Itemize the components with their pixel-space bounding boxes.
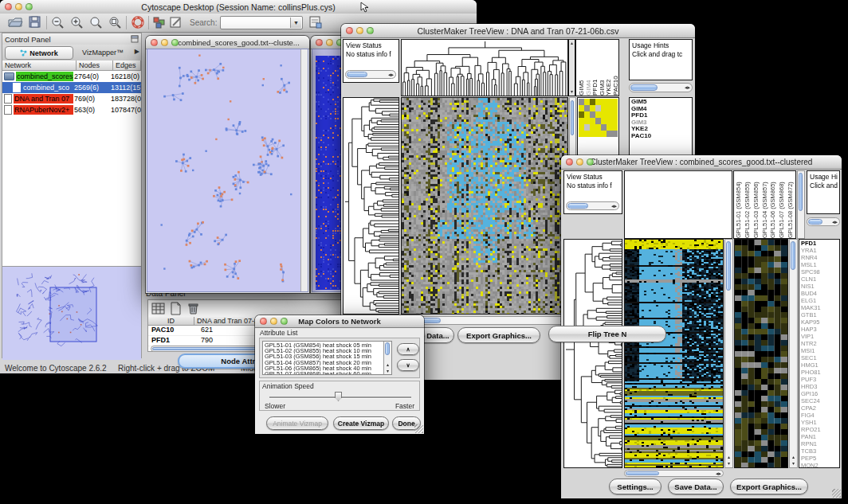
close-icon[interactable]	[151, 39, 158, 46]
attribute-list-item[interactable]: GPL51-03 (GSM856) heat shock 15 min	[263, 354, 391, 359]
zoom-window-icon[interactable]	[26, 3, 33, 10]
tv2-gene-label[interactable]: YSH1	[799, 419, 839, 426]
annotation-icon[interactable]	[170, 16, 183, 29]
table-icon[interactable]	[151, 302, 166, 315]
zoom-in-icon[interactable]	[70, 16, 84, 29]
minimize-icon[interactable]	[15, 3, 22, 10]
tv2-gene-label[interactable]: MAK31	[799, 304, 839, 311]
tv2-gene-label[interactable]: PHO81	[799, 369, 839, 376]
tv2-column-label[interactable]: GPL51-04 (GSM857)	[761, 171, 770, 238]
network-vscrollbar[interactable]	[300, 49, 308, 291]
network-row[interactable]: DNA and Tran 07769(0)183728(0)	[2, 93, 141, 104]
tv2-gene-label[interactable]: CPA2	[799, 404, 839, 412]
tv1-view-status-scrollbar[interactable]: ◂▸	[345, 70, 396, 79]
col-nodes[interactable]: Nodes	[77, 61, 113, 71]
tv2-column-label[interactable]: GPL51-03 (GSM856)	[752, 171, 761, 238]
network-window-title-bar[interactable]: combined_scores_good.txt--cluste...	[146, 36, 309, 49]
tv2-gene-label[interactable]: RPO21	[799, 426, 839, 433]
tv2-column-label[interactable]: GPL51-08 (GSM872)	[787, 171, 795, 238]
tv2-gene-label[interactable]: HAP3	[799, 326, 839, 333]
tv1-flip-tree-button[interactable]: Flip Tree N	[548, 326, 666, 342]
tab-network[interactable]: Network	[5, 46, 73, 60]
tv2-gene-label[interactable]: MON2	[799, 462, 839, 468]
dialog-title-bar[interactable]: Map Colors to Network	[255, 315, 424, 328]
tv2-heatmap[interactable]	[624, 239, 724, 468]
tv2-gene-label[interactable]: TCB3	[799, 447, 839, 455]
minimize-icon[interactable]	[356, 27, 363, 34]
attribute-list-item[interactable]: GPL51-06 (GSM865) heat shock 40 min	[263, 365, 391, 371]
tv2-view-status-scrollbar[interactable]: ◂▸	[566, 201, 619, 210]
tv1-column-label[interactable]: YKE2	[605, 40, 612, 96]
tv2-gene-label[interactable]: PAN1	[799, 433, 839, 440]
move-down-button[interactable]: ∨	[397, 359, 419, 371]
tv1-row-label[interactable]: PAC10	[631, 133, 692, 140]
new-document-icon[interactable]	[169, 302, 183, 315]
main-title-bar[interactable]: Cytoscape Desktop (Session Name: collins…	[0, 0, 477, 14]
data-col-id[interactable]: ID	[148, 317, 194, 326]
minimize-icon[interactable]	[270, 318, 277, 325]
col-edges[interactable]: Edges	[113, 61, 141, 71]
tv1-column-label[interactable]: GIM5	[578, 40, 585, 96]
tv1-column-dendrogram[interactable]	[401, 39, 568, 96]
tv1-row-dendrogram[interactable]	[343, 97, 399, 315]
attribute-listbox[interactable]: GPL51-01 (GSM854) heat shock 05 minGPL51…	[262, 341, 392, 375]
tv2-export-graphics-button[interactable]: Export Graphics...	[730, 479, 808, 494]
tv2-gene-label[interactable]: PUF3	[799, 376, 839, 383]
zoom-window-icon[interactable]	[281, 318, 288, 325]
close-icon[interactable]	[5, 3, 12, 10]
attribute-browser-icon[interactable]	[309, 16, 323, 29]
move-up-button[interactable]: ∧	[397, 343, 419, 355]
window-controls[interactable]	[260, 318, 288, 325]
close-icon[interactable]	[346, 27, 353, 34]
tv2-zoom-view[interactable]	[734, 239, 788, 468]
attribute-list-item[interactable]: GPL51-02 (GSM855) heat shock 10 min	[263, 348, 391, 354]
zoom-window-icon[interactable]	[587, 158, 594, 166]
tv1-column-label[interactable]: PAC10	[612, 40, 619, 96]
tv2-usage-hints-scrollbar[interactable]: ◂▸	[807, 217, 840, 226]
tv2-gene-label[interactable]: PEP5	[799, 455, 839, 462]
tv2-column-label[interactable]: GPL51-01 (GSM854)	[735, 171, 744, 238]
tv2-gene-label[interactable]: GTB1	[799, 311, 839, 318]
close-icon[interactable]	[566, 158, 573, 166]
tv1-heatmap[interactable]	[401, 97, 568, 315]
trash-icon[interactable]	[186, 302, 201, 315]
tv2-gene-label[interactable]: PFD1	[799, 240, 839, 247]
search-combobox[interactable]: ▼	[220, 16, 303, 29]
zoom-window-icon[interactable]	[367, 27, 374, 34]
tv2-gene-label[interactable]: BUD4	[799, 290, 839, 297]
network-row[interactable]: RNAPuberNov2+563(0)107847(0)	[2, 104, 141, 115]
tv2-column-label[interactable]: GPL51-07 (GSM868)	[778, 171, 787, 238]
tv2-gene-label[interactable]: FIG4	[799, 412, 839, 419]
tv1-column-label[interactable]: GIM4	[585, 40, 592, 96]
minimize-icon[interactable]	[161, 39, 168, 46]
tv2-gene-label[interactable]: RNR4	[799, 254, 839, 261]
attribute-list-item[interactable]: GPL51-07 (GSM868) heat shock 60 min	[263, 371, 391, 375]
tv2-save-data-button[interactable]: Save Data...	[668, 479, 724, 494]
create-vizmap-button[interactable]: Create Vizmap	[333, 416, 389, 430]
speed-slider-thumb[interactable]	[335, 392, 342, 401]
tv2-gene-label[interactable]: HMG1	[799, 361, 839, 369]
resize-grip-icon[interactable]	[414, 424, 423, 433]
treeview1-title-bar[interactable]: ClusterMaker TreeView : DNA and Tran 07-…	[341, 24, 695, 38]
close-icon[interactable]	[316, 39, 323, 46]
tv2-column-labels-vscrollbar[interactable]	[797, 170, 805, 239]
zoom-selected-icon[interactable]	[89, 16, 104, 29]
zoom-window-icon[interactable]	[171, 39, 179, 46]
tab-more-button[interactable]: ▶	[135, 48, 139, 55]
zoom-out-icon[interactable]	[51, 16, 65, 29]
tv1-column-label[interactable]: PFD1	[591, 40, 599, 96]
animate-vizmap-button[interactable]: Animate Vizmap	[266, 416, 328, 430]
tv2-heatmap-hscrollbar[interactable]: ◂▸	[624, 470, 724, 477]
attribute-list-vscrollbar[interactable]: ▴▾	[383, 342, 391, 374]
tv2-gene-label[interactable]: KAP95	[799, 318, 839, 326]
tv2-gene-labels-vscrollbar[interactable]: ▴▾	[789, 239, 798, 468]
tv2-column-dendrogram[interactable]	[624, 170, 732, 239]
tv2-gene-label[interactable]: NTR2	[799, 340, 839, 347]
tv1-heatmap-hscrollbar[interactable]: ◂▸	[401, 316, 568, 325]
tv2-heatmap-vscrollbar[interactable]: ▴▾	[724, 239, 733, 468]
tv2-gene-label[interactable]: GPI16	[799, 390, 839, 397]
tv2-column-label[interactable]: GPL51-02 (GSM855)	[744, 171, 752, 238]
tv2-gene-label[interactable]: HRD3	[799, 383, 839, 390]
tv1-column-label[interactable]: GIM3	[599, 40, 606, 96]
network-canvas-area[interactable]	[147, 49, 308, 292]
